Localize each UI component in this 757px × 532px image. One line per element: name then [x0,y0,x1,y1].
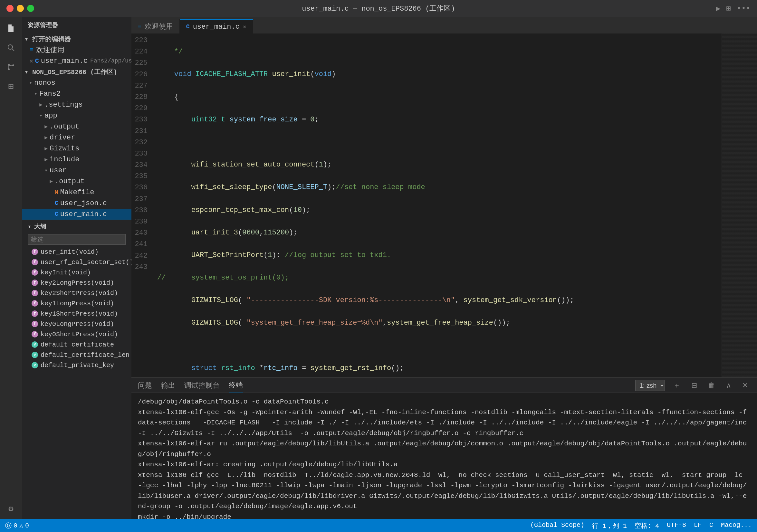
svg-line-3 [12,49,15,51]
split-terminal-button[interactable]: ⊟ [689,380,700,391]
sidebar: 资源管理器 ▾ 打开的编辑器 ≡ 欢迎使用 ✕ C user_main.c Fa… [22,17,132,519]
outline-label-3: keyInit(void) [41,269,91,276]
panel-tab-terminal[interactable]: 终端 [229,378,243,393]
code-editor[interactable]: 223 224 225 226 227 228 229 230 231 232 … [132,34,722,377]
outline-item-user-init[interactable]: f user_init(void) [22,247,132,257]
window-controls[interactable] [7,5,34,12]
terminal-select[interactable]: 1: zsh [635,380,665,391]
add-terminal-button[interactable]: ＋ [671,379,683,392]
source-control-activity-icon[interactable] [3,59,19,75]
app-item[interactable]: ▾ app [22,110,132,121]
open-editors-header[interactable]: ▾ 打开的编辑器 [22,34,132,44]
status-bar: ⓪ 0 △ 0 (Global Scope) 行 1，列 1 空格: 4 UTF… [0,519,757,532]
layout-icon[interactable]: ⊞ [726,4,731,13]
search-activity-icon[interactable] [3,39,19,56]
more-icon[interactable]: ••• [737,4,750,13]
fn-icon-1: f [32,249,38,255]
fn-icon-8: f [32,321,38,327]
outline-header[interactable]: ▾ 大纲 [22,220,132,233]
settings-label: .settings [45,101,83,109]
outline-item-key2long[interactable]: f key2LongPress(void) [22,278,132,288]
files-activity-icon[interactable] [3,20,19,37]
tab-user-main[interactable]: C user_main.c ✕ [180,19,253,34]
file-path-label: Fans2/app/user [90,58,132,64]
outline-item-default-priv[interactable]: v default_private_key [22,360,132,369]
include-arrow: ▶ [43,156,49,163]
terminal-line-1: /debug/obj/dataPointTools.o -c dataPoint… [138,397,750,407]
makefile-icon: M [55,189,58,195]
tab-welcome[interactable]: ≡ 欢迎使用 [132,19,180,34]
editor-body: 223 224 225 226 227 228 229 230 231 232 … [132,34,757,377]
workspace-label: ▾ NON_OS_EPS8266 (工作区) [24,68,117,76]
panel-tab-output[interactable]: 输出 [161,378,175,393]
user-json-item[interactable]: C user_json.c [22,198,132,209]
svg-point-5 [8,68,10,70]
outline-filter-input[interactable] [28,234,126,245]
outline-item-key0long[interactable]: f key0LongPress(void) [22,319,132,329]
status-spaces[interactable]: 空格: 4 [635,521,659,530]
outline-arrow: ▾ [28,223,32,230]
minimize-button[interactable] [17,5,24,12]
workspace-header[interactable]: ▾ NON_OS_EPS8266 (工作区) [22,66,132,77]
outline-item-default-cert[interactable]: v default_certificate [22,340,132,350]
outline-item-key-init[interactable]: f keyInit(void) [22,267,132,278]
outline-item-key1short[interactable]: f key1ShortPress(void) [22,309,132,319]
fn-icon-3: f [32,269,38,276]
panel-tab-problems[interactable]: 问题 [138,378,152,393]
workspace-section: ▾ NON_OS_EPS8266 (工作区) ▾ nonos ▾ Fans2 ▶… [22,66,132,220]
user-main-file-label: user_main.c [41,57,88,65]
close-icon-1[interactable]: ✕ [30,57,33,64]
user-item[interactable]: ▾ user [22,165,132,176]
outline-item-key2short[interactable]: f key2ShortPress(void) [22,288,132,298]
nonos-item[interactable]: ▾ nonos [22,77,132,88]
fans2-arrow: ▾ [32,91,39,97]
include-item[interactable]: ▶ include [22,154,132,165]
user-main-tree-label: user_main.c [60,210,107,218]
welcome-tab-item[interactable]: ≡ 欢迎使用 [22,44,132,55]
gizwits-item[interactable]: ▶ Gizwits [22,143,132,154]
outline-item-user-rf[interactable]: f user_rf_cal_sector_set() [22,257,132,267]
c-main-icon: C [55,211,58,217]
maximize-button[interactable] [27,5,34,12]
c-tab-icon: C [186,23,190,30]
welcome-label: 欢迎使用 [36,45,64,55]
tab-close-icon[interactable]: ✕ [243,23,246,30]
window-title: user_main.c — non_os_EPS8266 (工作区) [302,4,455,13]
user-main-open-item[interactable]: ✕ C user_main.c Fans2/app/user [22,55,132,66]
terminal-content[interactable]: /debug/obj/dataPointTools.o -c dataPoint… [132,393,757,519]
close-button[interactable] [7,5,14,12]
output-item-2[interactable]: ▶ .output [22,176,132,187]
error-count: 0 [14,522,17,529]
kill-terminal-button[interactable]: 🗑 [706,380,718,391]
status-errors[interactable]: ⓪ 0 △ 0 [5,521,29,530]
output-label-1: .output [49,123,79,131]
settings-activity-icon[interactable]: ⚙ [8,504,14,519]
status-scope[interactable]: (Global Scope) [530,521,584,530]
driver-item[interactable]: ▶ driver [22,132,132,143]
user-arrow: ▾ [43,167,49,174]
outline-item-key0short[interactable]: f key0ShortPress(void) [22,329,132,340]
output-label-2: .output [55,177,84,186]
extensions-activity-icon[interactable]: ⊞ [3,78,19,95]
output-item-1[interactable]: ▶ .output [22,121,132,132]
status-position[interactable]: 行 1，列 1 [592,521,627,530]
close-panel-button[interactable]: ✕ [740,380,750,391]
include-label: include [49,156,79,163]
user-main-tree-item[interactable]: C user_main.c [22,209,132,220]
outline-item-key1long[interactable]: f key1LongPress(void) [22,298,132,309]
panel-tab-debug[interactable]: 调试控制台 [184,378,220,393]
makefile-item[interactable]: M Makefile [22,187,132,198]
status-encoding[interactable]: UTF-8 [667,521,686,530]
chevron-up-icon[interactable]: ∧ [723,380,734,391]
outline-item-default-cert-len[interactable]: v default_certificate_len [22,350,132,360]
status-line-ending[interactable]: LF [694,521,702,530]
svg-rect-1 [9,29,12,30]
settings-item[interactable]: ▶ .settings [22,99,132,110]
fans2-label: Fans2 [39,90,61,98]
status-language[interactable]: C [709,521,713,530]
run-icon[interactable]: ▶ [716,4,720,13]
panel-area: 问题 输出 调试控制台 终端 1: zsh ＋ ⊟ 🗑 ∧ ✕ [132,377,757,519]
output-arrow-1: ▶ [43,123,49,130]
fn-icon-9: f [32,331,38,338]
fans2-item[interactable]: ▾ Fans2 [22,88,132,99]
